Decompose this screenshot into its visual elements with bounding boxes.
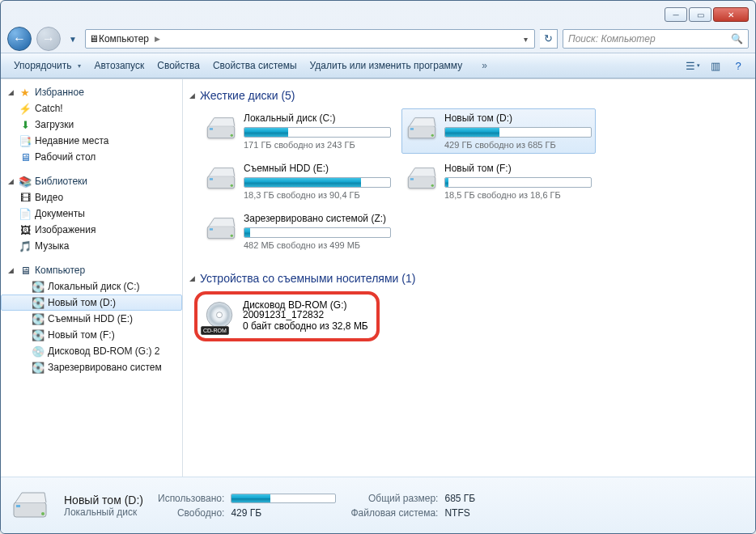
details-pane: Новый том (D:) Локальный диск Использова… [1,477,755,533]
hdd-icon [205,112,237,145]
computer-header[interactable]: ◢ 🖥 Компьютер [1,262,182,278]
system-properties-button[interactable]: Свойства системы [206,57,304,74]
address-bar[interactable]: 🖥 Компьютер ▶ ▾ [85,29,535,49]
total-label: Общий размер: [350,493,438,504]
removable-drive-volname: 20091231_172832 [243,309,368,320]
address-dropdown-icon[interactable]: ▾ [520,35,531,44]
capacity-fill [445,178,448,187]
drive-name: Зарезервировано системой (Z:) [244,213,391,224]
content-pane: ◢ Жесткие диски (5) Локальный диск (C:) … [183,79,755,477]
total-value: 685 ГБ [444,493,475,504]
section-title: Устройства со съемными носителями (1) [200,272,415,285]
drive-e[interactable]: Съемный HDD (E:) 18,3 ГБ свободно из 90,… [201,159,395,204]
details-col-1: Использовано: Свободно: 429 ГБ [158,493,336,519]
close-button[interactable]: ✕ [713,7,749,22]
section-removable[interactable]: ◢ Устройства со съемными носителями (1) [186,269,745,291]
drive-info: Зарезервировано системой (Z:) 482 МБ сво… [244,213,391,250]
organize-button[interactable]: Упорядочить [7,57,87,74]
svg-rect-12 [207,227,234,239]
section-hard-drives[interactable]: ◢ Жесткие диски (5) [186,86,745,108]
refresh-button[interactable]: ↻ [540,29,558,49]
libraries-item-images[interactable]: 🖼Изображения [1,222,182,238]
capacity-bar [244,227,391,238]
breadcrumb-text: Компьютер [99,33,149,44]
nav-drive-f[interactable]: ▸💽Новый том (F:) [1,327,182,343]
libraries-item-music[interactable]: 🎵Музыка [1,238,182,254]
capacity-fill [244,228,250,237]
libraries-label: Библиотеки [35,176,87,187]
libraries-item-documents[interactable]: 📄Документы [1,206,182,222]
drive-name: Новый том (D:) [444,112,592,124]
removable-drive-free: 0 байт свободно из 32,8 МБ [243,320,368,332]
autoplay-button[interactable]: Автозапуск [87,57,151,74]
drive-info: Новый том (D:) 429 ГБ свободно из 685 ГБ [444,112,592,150]
capacity-bar [244,177,391,188]
fs-value: NTFS [444,507,475,519]
svg-rect-1 [210,128,213,130]
svg-point-11 [431,184,434,187]
svg-rect-3 [408,126,435,138]
drive-c[interactable]: Локальный диск (C:) 171 ГБ свободно из 2… [201,108,395,154]
favorites-item-desktop[interactable]: 🖥Рабочий стол [1,149,182,165]
used-bar-fill [231,494,270,502]
drive-d[interactable]: Новый том (D:) 429 ГБ свободно из 685 ГБ [401,108,596,154]
svg-rect-10 [410,178,414,180]
minimize-button[interactable]: ─ [665,7,687,22]
history-dropdown-icon[interactable]: ▼ [66,35,80,44]
svg-rect-9 [408,176,435,189]
uninstall-button[interactable]: Удалить или изменить программу [304,57,469,74]
breadcrumb-segment[interactable]: Компьютер ▶ [99,33,163,44]
highlight-frame: CD-ROM Дисковод BD-ROM (G:) 20091231_172… [194,291,380,341]
svg-point-2 [231,134,233,137]
forward-button[interactable]: → [36,27,61,51]
drive-f[interactable]: Новый том (F:) 18,5 ГБ свободно из 18,6 … [401,159,596,204]
computer-icon: 🖥 [19,264,32,277]
back-button[interactable]: ← [7,27,32,51]
capacity-fill [445,128,499,137]
view-mode-button[interactable]: ☰ [682,57,703,74]
bd-rom-icon: CD-ROM [202,299,236,333]
toolbar-overflow-button[interactable]: » [475,57,494,74]
free-value: 429 ГБ [231,507,336,519]
libraries-icon: 📚 [19,175,32,188]
properties-button[interactable]: Свойства [151,57,206,74]
collapse-icon[interactable]: ◢ [189,274,195,282]
nav-drive-g[interactable]: ▸💿Дисковод BD-ROM (G:) 2 [1,343,182,359]
collapse-icon[interactable]: ◢ [189,91,195,100]
favorites-item-recent[interactable]: 📑Недавние места [1,133,182,149]
details-head: Новый том (D:) Локальный диск [64,494,143,518]
nav-drive-z[interactable]: ▸💽Зарезервировано систем [1,359,182,375]
help-button[interactable]: ? [728,57,749,74]
toolbar-right: ☰ ▥ ? [682,57,749,74]
collapse-icon[interactable]: ◢ [6,88,15,96]
svg-point-5 [431,134,434,137]
svg-rect-17 [14,502,46,517]
hdd-icon [205,213,237,245]
computer-group: ◢ 🖥 Компьютер ▸💽Локальный диск (C:) ▸💽Но… [1,262,182,375]
search-input[interactable]: Поиск: Компьютер 🔍 [563,29,749,49]
libraries-item-video[interactable]: 🎞Видео [1,189,182,206]
collapse-icon[interactable]: ◢ [6,177,15,185]
details-col-2: Общий размер: 685 ГБ Файловая система: N… [350,493,475,519]
details-subtitle: Локальный диск [64,506,143,518]
nav-drive-e[interactable]: ▸💽Съемный HDD (E:) [1,311,182,327]
removable-drive-info[interactable]: Дисковод BD-ROM (G:) 20091231_172832 0 б… [243,299,368,332]
hdd-icon [406,163,438,195]
favorites-item-downloads[interactable]: ⬇Загрузки [1,117,182,133]
nav-drive-c[interactable]: ▸💽Локальный диск (C:) [1,278,182,295]
libraries-header[interactable]: ◢ 📚 Библиотеки [1,173,182,189]
drive-info: Съемный HDD (E:) 18,3 ГБ свободно из 90,… [244,163,391,200]
free-label: Свободно: [158,507,224,519]
computer-icon: 🖥 [89,33,99,44]
details-title: Новый том (D:) [64,494,143,506]
hdd-icon [205,163,237,195]
preview-pane-button[interactable]: ▥ [705,57,726,74]
drive-name: Новый том (F:) [444,163,592,174]
chevron-right-icon[interactable]: ▶ [152,35,163,43]
favorites-item-catch[interactable]: ⚡Catch! [1,100,182,117]
maximize-button[interactable]: ▭ [689,7,711,22]
favorites-header[interactable]: ◢ ★ Избранное [1,84,182,100]
drive-z[interactable]: Зарезервировано системой (Z:) 482 МБ сво… [201,209,395,254]
nav-drive-d[interactable]: ▸💽Новый том (D:) [1,295,182,311]
collapse-icon[interactable]: ◢ [6,266,15,274]
